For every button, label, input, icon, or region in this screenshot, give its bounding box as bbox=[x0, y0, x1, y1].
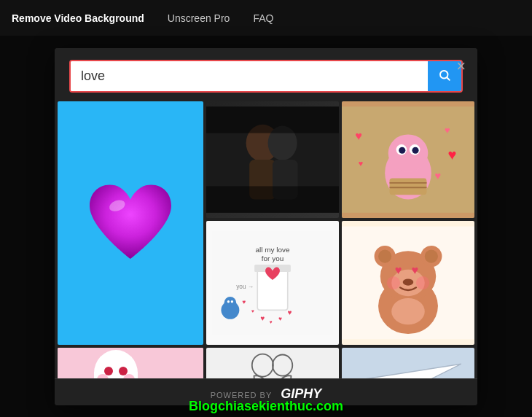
svg-point-47 bbox=[425, 249, 438, 262]
svg-text:♥: ♥ bbox=[288, 308, 292, 316]
svg-text:all my love: all my love bbox=[255, 246, 289, 254]
gif-item-ghost[interactable] bbox=[58, 348, 203, 378]
giphy-modal: × bbox=[55, 48, 477, 405]
svg-text:♥: ♥ bbox=[412, 263, 419, 276]
svg-point-45 bbox=[378, 249, 391, 262]
svg-point-51 bbox=[403, 278, 414, 285]
svg-text:♥: ♥ bbox=[270, 319, 273, 324]
svg-text:for you: for you bbox=[262, 254, 283, 262]
svg-point-38 bbox=[224, 297, 237, 309]
svg-point-59 bbox=[119, 367, 128, 375]
gif-item-love-note[interactable]: ♥ ♥ ♥ ♥ ♥ ♥ all my love for you you → bbox=[206, 221, 339, 345]
modal-search-area bbox=[55, 48, 477, 101]
search-input[interactable] bbox=[71, 61, 428, 91]
gif-item-hug[interactable] bbox=[206, 348, 339, 378]
watermark: Blogchiasekienthuc.com bbox=[0, 399, 532, 414]
gif-grid: ♥ ♥ ♥ ♥ ♥ bbox=[55, 101, 477, 378]
svg-text:♥: ♥ bbox=[434, 170, 441, 182]
gif-item-bear[interactable]: ♥ ♥ bbox=[342, 221, 474, 345]
svg-text:♥: ♥ bbox=[395, 263, 402, 276]
svg-line-1 bbox=[447, 77, 449, 79]
gif-item-kiss[interactable] bbox=[206, 101, 339, 218]
svg-rect-9 bbox=[206, 186, 339, 212]
svg-text:♥: ♥ bbox=[359, 159, 363, 168]
modal-overlay: × bbox=[0, 36, 532, 417]
svg-point-16 bbox=[412, 147, 418, 153]
svg-point-54 bbox=[391, 297, 425, 324]
nav-link-unscreen-pro[interactable]: Unscreen Pro bbox=[168, 12, 230, 24]
svg-point-58 bbox=[104, 367, 113, 375]
nav-bar: Remove Video Background Unscreen Pro FAQ bbox=[0, 0, 532, 36]
svg-point-39 bbox=[227, 300, 230, 303]
svg-point-52 bbox=[387, 276, 400, 289]
svg-point-53 bbox=[416, 276, 429, 289]
svg-text:♥: ♥ bbox=[243, 298, 246, 305]
gif-item-paper[interactable] bbox=[342, 348, 474, 378]
svg-rect-17 bbox=[390, 178, 427, 195]
svg-text:♥: ♥ bbox=[355, 128, 362, 141]
svg-point-12 bbox=[388, 134, 429, 171]
svg-text:you →: you → bbox=[236, 283, 254, 290]
nav-link-faq[interactable]: FAQ bbox=[253, 12, 273, 24]
svg-text:♥: ♥ bbox=[251, 308, 254, 313]
svg-point-40 bbox=[231, 300, 233, 303]
search-icon bbox=[438, 69, 451, 84]
svg-text:♥: ♥ bbox=[445, 124, 450, 135]
gif-item-heart[interactable] bbox=[58, 101, 203, 345]
svg-point-15 bbox=[399, 147, 405, 153]
svg-text:♥: ♥ bbox=[260, 314, 265, 322]
watermark-text: Blogchiasekienthuc.com bbox=[189, 399, 343, 413]
svg-rect-8 bbox=[206, 106, 339, 133]
svg-text:♥: ♥ bbox=[278, 315, 282, 322]
nav-logo: Remove Video Background bbox=[12, 12, 144, 24]
gif-item-patrick[interactable]: ♥ ♥ ♥ ♥ ♥ bbox=[342, 101, 474, 218]
powered-by-text: POWERED BY bbox=[211, 391, 272, 400]
svg-text:♥: ♥ bbox=[448, 147, 457, 163]
search-wrapper bbox=[69, 60, 463, 93]
modal-close-button[interactable]: × bbox=[456, 58, 466, 74]
